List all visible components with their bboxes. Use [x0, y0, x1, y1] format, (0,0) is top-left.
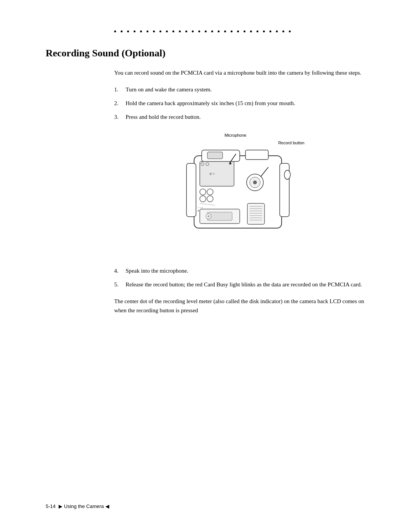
- closing-paragraph: The center dot of the recording level me…: [114, 297, 365, 315]
- svg-point-27: [207, 215, 210, 217]
- step-num-3: 3.: [114, 112, 126, 121]
- camera-diagram: Microphone Record button: [160, 133, 320, 255]
- step-3: 3. Press and hold the record button.: [114, 112, 365, 121]
- step-num-4: 4.: [114, 266, 126, 275]
- svg-rect-4: [186, 163, 196, 217]
- camera-illustration: ⊞ ≡ • — ● ▶ ○ ●: [179, 144, 301, 251]
- footer-section-name: Using the Camera: [64, 503, 104, 509]
- steps-list-bottom: 4. Speak into the microphone. 5. Release…: [114, 266, 365, 289]
- footer-arrow-left: ◀: [105, 503, 109, 509]
- footer: 5-14 ▶ Using the Camera ◀: [0, 503, 411, 509]
- steps-list-top: 1. Turn on and wake the camera system. 2…: [114, 85, 365, 121]
- svg-rect-2: [207, 152, 223, 159]
- footer-page-num: 5-14: [46, 503, 56, 509]
- step-text-4: Speak into the microphone.: [126, 266, 365, 275]
- section-title: Recording Sound (Optional): [46, 48, 365, 59]
- dots-divider: [46, 30, 365, 32]
- step-text-3: Press and hold the record button.: [126, 112, 365, 121]
- svg-point-13: [200, 196, 206, 202]
- svg-point-22: [229, 162, 231, 165]
- intro-paragraph: You can record sound on the PCMCIA card …: [114, 68, 365, 77]
- svg-point-12: [207, 189, 213, 195]
- step-text-1: Turn on and wake the camera system.: [126, 85, 365, 94]
- step-text-5: Release the record button; the red Card …: [126, 280, 365, 289]
- svg-text:• — ●: • — ●: [198, 206, 203, 209]
- svg-point-11: [200, 189, 206, 195]
- svg-text:⊞ ≡: ⊞ ≡: [209, 172, 215, 176]
- step-num-2: 2.: [114, 99, 126, 108]
- content-area: You can record sound on the PCMCIA card …: [46, 68, 365, 315]
- label-record-button: Record button: [278, 141, 304, 145]
- footer-arrow-right: ▶: [59, 503, 62, 509]
- svg-point-6: [284, 170, 290, 179]
- step-5: 5. Release the record button; the red Ca…: [114, 280, 365, 289]
- page: Recording Sound (Optional) You can recor…: [0, 0, 411, 532]
- step-num-1: 1.: [114, 85, 126, 94]
- step-text-2: Hold the camera back approximately six i…: [126, 99, 365, 108]
- step-1: 1. Turn on and wake the camera system.: [114, 85, 365, 94]
- step-num-5: 5.: [114, 280, 126, 289]
- svg-rect-7: [200, 161, 234, 186]
- step-2: 2. Hold the camera back approximately si…: [114, 99, 365, 108]
- svg-rect-3: [245, 150, 268, 160]
- svg-point-20: [253, 181, 257, 184]
- svg-point-14: [207, 196, 213, 202]
- label-microphone: Microphone: [225, 133, 246, 137]
- step-4: 4. Speak into the microphone.: [114, 266, 365, 275]
